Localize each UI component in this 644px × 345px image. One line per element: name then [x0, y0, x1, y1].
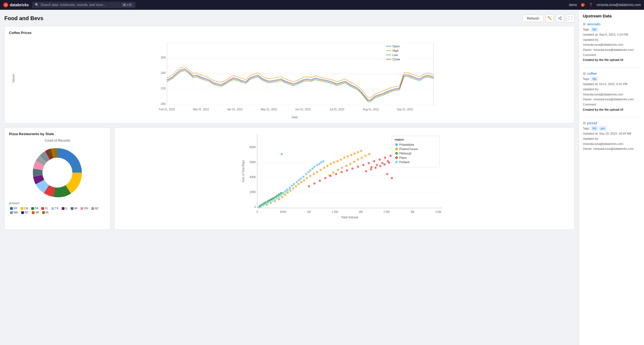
svg-point-124 [337, 169, 339, 171]
svg-point-114 [336, 160, 339, 162]
svg-point-79 [298, 179, 300, 181]
svg-text:Aug 01, 2022: Aug 01, 2022 [363, 108, 379, 111]
svg-point-131 [364, 155, 367, 157]
svg-point-108 [316, 171, 318, 173]
search-icon: 🔍 [35, 3, 39, 7]
coffee-link[interactable]: ⊞ coffee [583, 72, 640, 76]
help-icon[interactable]: ❓ [589, 3, 593, 7]
svg-text:0: 0 [254, 206, 256, 209]
search-shortcut: ⌘ + P [122, 3, 133, 7]
table-icon: ⊞ [583, 22, 586, 26]
svg-point-112 [330, 163, 332, 165]
svg-point-109 [320, 169, 322, 171]
gift-icon[interactable]: 🎁 [581, 3, 585, 7]
svg-point-213 [395, 156, 398, 159]
refresh-button[interactable]: Refresh [523, 15, 543, 22]
svg-text:800K: 800K [250, 146, 256, 149]
upstream-item-coffee: ⊞ coffee Tags: f&b Updated at: Oct 6, 20… [583, 72, 640, 112]
coffee-y-label: Values [12, 74, 15, 83]
svg-point-170 [376, 164, 378, 166]
svg-point-123 [332, 172, 335, 174]
svg-point-153 [346, 169, 348, 172]
svg-point-150 [330, 175, 332, 177]
pizza2-link[interactable]: ⊞ pizza2 [583, 121, 640, 125]
svg-point-171 [381, 162, 383, 164]
svg-point-110 [323, 167, 325, 169]
svg-point-201 [282, 193, 284, 195]
logo-icon: ⬡ [3, 2, 8, 7]
svg-text:PhoenixTucson: PhoenixTucson [399, 148, 418, 151]
svg-text:May 01, 2022: May 01, 2022 [261, 108, 277, 111]
upstream-panel: Upstream Data ⊞ avocado Tags: f&b Update… [579, 10, 644, 345]
svg-text:Portland: Portland [399, 161, 409, 164]
svg-point-101 [295, 185, 297, 187]
svg-text:Pittsburgh: Pittsburgh [399, 152, 411, 155]
svg-point-88 [316, 164, 318, 166]
pizza-chart-title: Pizza Restaurants by State [9, 132, 106, 136]
svg-point-121 [360, 150, 362, 152]
svg-point-155 [357, 166, 359, 168]
svg-point-89 [318, 163, 320, 165]
share-button[interactable] [556, 14, 564, 22]
svg-text:0: 0 [256, 210, 258, 213]
svg-point-143 [276, 195, 278, 197]
databricks-logo: ⬡ databricks [3, 2, 29, 7]
svg-text:Jul 01, 2022: Jul 01, 2022 [330, 108, 345, 111]
edit-button[interactable]: ✏️ [546, 14, 554, 22]
svg-point-146 [308, 185, 310, 187]
svg-text:1.5M: 1.5M [332, 210, 338, 213]
province-legend: NY CA PA FL TX IL MI OH AZ WA NC VA IN [9, 207, 106, 214]
donut-label: Count of Records [9, 139, 106, 142]
logo-text: databricks [10, 3, 29, 7]
svg-point-2 [561, 19, 562, 20]
svg-point-190 [258, 206, 260, 209]
svg-point-151 [335, 173, 337, 175]
svg-point-202 [284, 191, 287, 193]
svg-point-180 [365, 170, 367, 172]
svg-text:Low: Low [392, 53, 398, 57]
svg-text:260: 260 [161, 56, 166, 59]
svg-point-78 [296, 181, 298, 183]
dashboard-area: Food and Bevs Refresh ✏️ ⛶ Coffee Prices… [0, 10, 579, 345]
svg-text:3.5M: 3.5M [435, 210, 441, 213]
svg-text:500K: 500K [280, 210, 286, 213]
svg-point-183 [379, 165, 381, 167]
svg-point-132 [368, 153, 370, 155]
svg-point-128 [353, 161, 355, 163]
svg-text:3M: 3M [410, 210, 414, 213]
dashboard-header: Food and Bevs Refresh ✏️ ⛶ [4, 14, 574, 22]
fullscreen-button[interactable]: ⛶ [566, 14, 574, 22]
coffee-prices-chart-card: Coffee Prices Values 200 220 240 260 [4, 26, 574, 123]
upstream-title: Upstream Data [583, 14, 640, 18]
svg-point-130 [361, 157, 363, 159]
scatter-chart: 0 200K 400K 600K 800K 0 500K 1M 1.5M 2M … [119, 132, 570, 224]
svg-text:Jun 01, 2022: Jun 01, 2022 [295, 108, 311, 111]
svg-point-106 [309, 175, 311, 177]
workspace-selector[interactable]: demo [569, 3, 577, 7]
svg-point-0 [561, 17, 562, 17]
svg-point-87 [313, 166, 315, 168]
svg-text:600K: 600K [250, 161, 256, 164]
svg-point-144 [278, 193, 280, 195]
svg-point-80 [300, 178, 302, 180]
user-email[interactable]: miranda.luna@databricks.com [597, 3, 641, 7]
svg-point-84 [307, 171, 309, 173]
svg-point-209 [395, 148, 398, 150]
avocado-link[interactable]: ⊞ avocado [583, 22, 640, 26]
svg-point-98 [287, 192, 289, 194]
svg-point-83 [305, 173, 307, 175]
svg-point-126 [345, 165, 348, 167]
svg-point-115 [340, 158, 342, 161]
svg-point-157 [368, 162, 370, 164]
svg-text:region: region [395, 138, 404, 141]
svg-point-149 [324, 177, 326, 179]
global-search[interactable]: 🔍 Search data, notebooks, recents, and m… [32, 2, 135, 8]
svg-point-184 [383, 163, 386, 166]
pizza-chart-card: Pizza Restaurants by State Count of Reco… [4, 127, 110, 230]
scatter-chart-card: 0 200K 400K 600K 800K 0 500K 1M 1.5M 2M … [114, 127, 574, 230]
svg-point-215 [395, 161, 398, 163]
svg-text:Close: Close [392, 58, 400, 61]
header-actions: Refresh ✏️ ⛶ [523, 14, 574, 22]
svg-point-161 [389, 155, 392, 157]
svg-point-117 [347, 155, 349, 157]
